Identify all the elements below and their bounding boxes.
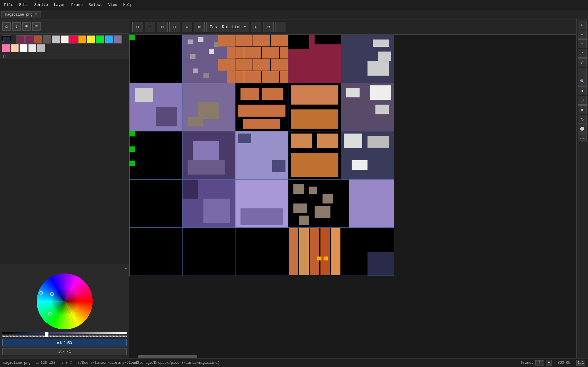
menu-frame[interactable]: Frame xyxy=(68,1,86,8)
color-wheel-area: ≡ #1d2b53 Idx -1 xyxy=(0,264,129,358)
sprite-grid xyxy=(129,35,394,276)
color-wheel-menu-icon[interactable]: ≡ xyxy=(125,267,127,271)
color-swatch[interactable] xyxy=(11,44,19,52)
right-tool-select[interactable]: ⊡ xyxy=(578,21,587,29)
stop-button[interactable]: ■ xyxy=(22,22,31,31)
rotation-label: Fast Rotation xyxy=(210,25,242,29)
sprite-preview-area[interactable] xyxy=(0,59,129,264)
right-tool-panel: ⊡ ✏ ✎ / 🖊 ✛ 🔍 ● □ ■ ◯ ⬤ 1:1 xyxy=(576,19,588,358)
idx-display: Idx -1 xyxy=(2,348,127,355)
status-path: (/Users/tamaon/Library/CloudStorage/Drop… xyxy=(78,361,219,365)
menu-file[interactable]: File xyxy=(1,1,16,8)
down-button[interactable]: ↓ xyxy=(12,22,21,31)
canvas-tool-extra[interactable]: ⊕ xyxy=(194,22,205,32)
frame-number-input[interactable] xyxy=(535,360,544,366)
right-tool-fill-ellipse[interactable]: ⬤ xyxy=(578,124,587,133)
canvas-tool-grid[interactable]: ⊗ xyxy=(263,22,274,32)
sprite-canvas-container[interactable] xyxy=(129,35,576,355)
frame-increment-button[interactable]: + xyxy=(546,360,552,366)
color-swatch[interactable] xyxy=(78,35,86,44)
color-swatch[interactable] xyxy=(34,35,42,44)
tab-filename: magicline.png xyxy=(5,13,33,17)
zoom-level: 800.0% xyxy=(558,361,570,365)
color-swatch[interactable] xyxy=(28,44,36,52)
palette-label: || xyxy=(0,54,129,59)
canvas-tool-select[interactable]: ⊡ xyxy=(132,22,143,32)
wheel-container[interactable] xyxy=(2,272,127,331)
menu-layer[interactable]: Layer xyxy=(51,1,68,8)
color-swatch[interactable] xyxy=(61,35,69,44)
color-swatch[interactable] xyxy=(25,35,34,44)
canvas-tool-pin[interactable]: ⊕ xyxy=(251,22,261,32)
opacity-strip[interactable] xyxy=(2,336,127,337)
color-wheel-header: ≡ xyxy=(2,267,127,271)
color-swatch[interactable] xyxy=(69,35,78,44)
frame-control: Frame: + xyxy=(521,360,552,366)
color-swatch[interactable] xyxy=(96,35,104,44)
menu-bar: File Edit Sprite Layer Frame Select View… xyxy=(0,0,588,10)
color-swatch[interactable] xyxy=(52,35,60,44)
canvas-toolbar: ⊡ ⊞ ⊠ ⊟ ⊙ ⊕ Fast Rotation ▼ ⊕ ⊗ ··· xyxy=(129,19,576,35)
menu-help[interactable]: Help xyxy=(120,1,135,8)
right-tool-paint[interactable]: 🖊 xyxy=(578,58,587,67)
fit-to-window-button[interactable]: 1:1 xyxy=(576,360,585,366)
toolbar-row: ⌂ ↓ ■ ≡ xyxy=(0,19,129,34)
right-tool-line[interactable]: / xyxy=(578,49,587,58)
sprite-canvas[interactable] xyxy=(129,35,394,276)
right-tool-move[interactable]: ✛ xyxy=(578,68,587,76)
right-tool-pencil[interactable]: ✏ xyxy=(578,30,587,39)
status-filename: magicline.png xyxy=(3,361,31,365)
menu-button[interactable]: ≡ xyxy=(32,22,41,31)
right-tool-ellipse[interactable]: ◯ xyxy=(578,115,587,124)
canvas-tool-rotate[interactable]: ⊟ xyxy=(169,22,180,32)
color-wheel-canvas[interactable] xyxy=(35,272,94,331)
right-tool-fit[interactable]: 1:1 xyxy=(578,134,587,142)
status-frames: ↕ 8 7 xyxy=(61,361,72,365)
hex-color-input[interactable]: #1d2b53 xyxy=(2,339,127,346)
color-strip[interactable] xyxy=(2,332,127,334)
home-button[interactable]: ⌂ xyxy=(2,22,11,31)
rotation-dropdown[interactable]: Fast Rotation ▼ xyxy=(206,22,249,32)
tab-bar: magicline.png × xyxy=(0,10,588,19)
canvas-tool-more[interactable]: ··· xyxy=(275,22,286,32)
menu-view[interactable]: View xyxy=(105,1,120,8)
color-swatch[interactable] xyxy=(2,44,10,52)
menu-select[interactable]: Select xyxy=(86,1,105,8)
horizontal-scrollbar[interactable] xyxy=(129,355,576,358)
file-tab[interactable]: magicline.png × xyxy=(1,11,41,18)
right-tool-rect[interactable]: □ xyxy=(578,96,587,105)
right-tool-fill-rect[interactable]: ■ xyxy=(578,105,587,114)
status-bar: magicline.png □ 128 128 ↕ 8 7 (/Users/ta… xyxy=(0,358,588,367)
color-swatch[interactable] xyxy=(87,35,95,44)
canvas-tool-flip-v[interactable]: ⊠ xyxy=(157,22,168,32)
color-swatch[interactable] xyxy=(19,44,28,52)
main-layout: ⌂ ↓ ■ ≡ || ≡ #1d2b53 Idx -1 xyxy=(0,19,588,358)
canvas-area: ⊡ ⊞ ⊠ ⊟ ⊙ ⊕ Fast Rotation ▼ ⊕ ⊗ ··· xyxy=(129,19,576,358)
canvas-tool-flip-h[interactable]: ⊞ xyxy=(145,22,155,32)
right-tool-eyedrop[interactable]: ● xyxy=(578,86,587,95)
color-swatch[interactable] xyxy=(43,35,51,44)
status-dimensions: □ 128 128 xyxy=(36,361,56,365)
left-panel: ⌂ ↓ ■ ≡ || ≡ #1d2b53 Idx -1 xyxy=(0,19,129,358)
color-swatch[interactable] xyxy=(16,35,25,44)
right-tool-zoom[interactable]: 🔍 xyxy=(578,77,587,86)
dropdown-arrow-icon: ▼ xyxy=(244,25,246,29)
menu-sprite[interactable]: Sprite xyxy=(31,1,51,8)
color-palette xyxy=(0,34,129,54)
tab-close-button[interactable]: × xyxy=(35,13,37,17)
canvas-tool-scale[interactable]: ⊙ xyxy=(182,22,192,32)
right-tool-eraser[interactable]: ✎ xyxy=(578,39,587,48)
color-swatch[interactable] xyxy=(113,35,122,44)
color-swatch[interactable] xyxy=(105,35,113,44)
menu-edit[interactable]: Edit xyxy=(16,1,31,8)
frame-label: Frame: xyxy=(521,361,534,365)
color-swatch[interactable] xyxy=(37,44,45,52)
